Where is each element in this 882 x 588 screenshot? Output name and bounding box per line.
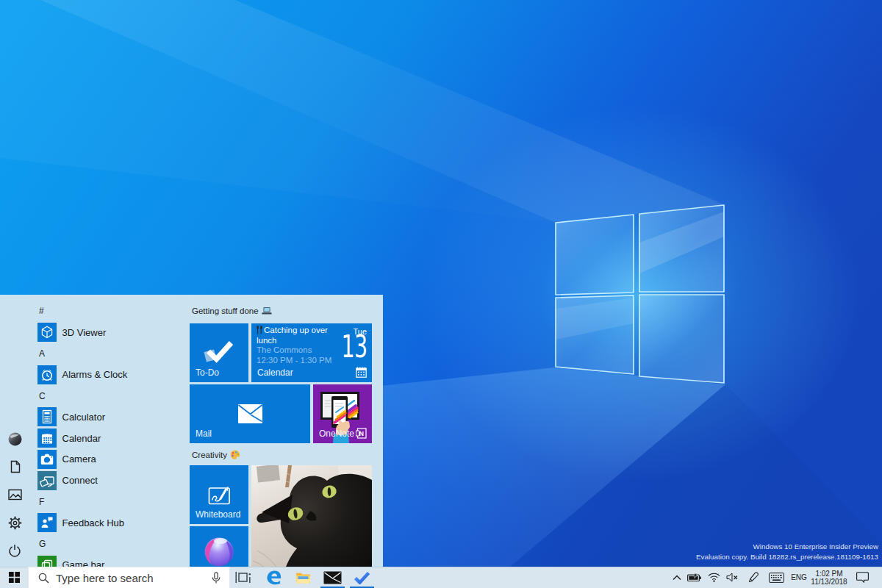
chevron-up-icon xyxy=(673,575,681,581)
todo-icon xyxy=(354,570,370,584)
tile-label: OneNote xyxy=(319,429,354,439)
pictures-button[interactable] xyxy=(5,485,24,504)
app-item-connect[interactable]: Connect xyxy=(32,470,187,491)
clock[interactable]: 1:02 PM 11/13/2018 xyxy=(810,567,848,588)
tile-mail[interactable]: Mail xyxy=(190,384,310,443)
app-item-3d-viewer[interactable]: 3D Viewer xyxy=(32,322,187,343)
edge-button[interactable] xyxy=(259,567,288,588)
app-label: Alarms & Clock xyxy=(62,369,128,380)
clock-time: 1:02 PM xyxy=(815,570,842,578)
app-item-game-bar[interactable]: Game bar xyxy=(32,555,187,567)
calendar-tile-content: Catching up over lunch The Commons 12:30… xyxy=(251,323,372,382)
battery-button[interactable] xyxy=(686,567,703,588)
app-list: # 3D Viewer A xyxy=(32,301,187,567)
documents-icon xyxy=(9,460,21,473)
alarm-clock-icon xyxy=(37,365,57,384)
start-button[interactable] xyxy=(4,567,25,588)
fork-and-knife-emoji xyxy=(257,326,263,334)
search-input[interactable] xyxy=(56,572,212,584)
task-view-button[interactable] xyxy=(229,567,258,588)
app-list-header[interactable]: C xyxy=(32,385,187,406)
app-list-header[interactable]: # xyxy=(32,301,187,322)
group-title-text: Getting stuff done xyxy=(192,306,259,315)
power-button[interactable] xyxy=(5,541,24,560)
taskbar: ENG 1:02 PM 11/13/2018 xyxy=(0,567,882,588)
3d-viewer-glyph xyxy=(37,323,57,342)
header-label: A xyxy=(39,348,45,359)
connect-glyph xyxy=(37,471,57,490)
app-label: Camera xyxy=(62,453,96,465)
app-list-header[interactable]: A xyxy=(32,343,187,365)
start-menu: # 3D Viewer A xyxy=(0,295,383,567)
feedback-hub-icon xyxy=(37,513,57,532)
tile-label: Calendar xyxy=(257,368,293,378)
documents-button[interactable] xyxy=(5,457,24,476)
alarm-clock-glyph xyxy=(37,365,57,384)
action-center-button[interactable] xyxy=(853,567,872,588)
settings-button[interactable] xyxy=(5,513,24,532)
volume-muted-icon xyxy=(726,573,738,582)
tile-group-title: Creativity xyxy=(192,450,240,460)
tile-onenote[interactable]: N OneNote xyxy=(313,384,372,443)
tray-overflow-button[interactable] xyxy=(670,567,684,588)
pictures-icon xyxy=(8,489,22,501)
feedback-hub-glyph xyxy=(37,513,57,532)
header-label: C xyxy=(39,391,46,401)
volume-button[interactable] xyxy=(723,567,740,588)
app-item-alarms-clock[interactable]: Alarms & Clock xyxy=(32,364,187,385)
screen: Windows 10 Enterprise Insider Preview Ev… xyxy=(0,0,882,588)
app-item-calculator[interactable]: Calculator xyxy=(32,406,187,428)
tile-whiteboard[interactable]: Whiteboard xyxy=(190,465,248,524)
user-avatar xyxy=(8,432,22,446)
tile-calendar[interactable]: Catching up over lunch The Commons 12:30… xyxy=(251,323,372,382)
touch-keyboard-icon xyxy=(769,573,784,583)
network-button[interactable] xyxy=(706,567,723,588)
laptop-emoji xyxy=(262,306,272,315)
tile-label: Whiteboard xyxy=(196,509,240,520)
game-bar-icon xyxy=(37,556,57,567)
search-icon xyxy=(38,573,49,584)
header-label: # xyxy=(39,306,44,316)
pen-icon xyxy=(748,572,759,583)
connect-icon xyxy=(37,471,57,490)
app-item-camera[interactable]: Camera xyxy=(32,449,187,470)
app-label: Calendar xyxy=(62,433,101,444)
app-item-calendar[interactable]: Calendar xyxy=(32,428,187,449)
tile-area: Getting stuff done To-Do xyxy=(187,295,383,567)
app-label: Connect xyxy=(62,475,98,486)
tile-photos[interactable] xyxy=(251,465,372,567)
calculator-glyph xyxy=(37,407,57,426)
app-label: Calculator xyxy=(62,412,106,423)
clock-date: 11/13/2018 xyxy=(811,578,847,586)
tile-todo[interactable]: To-Do xyxy=(190,323,248,382)
app-item-feedback-hub[interactable]: Feedback Hub xyxy=(32,512,187,534)
calendar-event-location: The Commons xyxy=(257,345,312,356)
start-menu-rail xyxy=(0,295,32,567)
mixed-reality-orb xyxy=(190,526,248,567)
mail-button[interactable] xyxy=(318,567,347,588)
game-bar-glyph xyxy=(37,556,57,567)
touch-keyboard-button[interactable] xyxy=(766,567,786,588)
header-label: F xyxy=(39,497,44,507)
calendar-glyph xyxy=(37,429,57,448)
microphone-icon[interactable] xyxy=(212,572,220,584)
edge-icon xyxy=(265,569,282,586)
app-list-header[interactable]: G xyxy=(32,534,187,555)
settings-gear-icon xyxy=(8,516,22,530)
tile-group-title: Getting stuff done xyxy=(192,306,272,315)
user-account-button[interactable] xyxy=(5,429,24,448)
calculator-icon xyxy=(37,407,57,426)
file-explorer-button[interactable] xyxy=(288,567,318,588)
battery-icon xyxy=(687,573,702,582)
wifi-icon xyxy=(708,573,720,582)
taskbar-search[interactable] xyxy=(28,567,230,588)
3d-viewer-icon xyxy=(37,323,57,342)
tile-mixed-reality[interactable] xyxy=(190,526,248,567)
app-list-header[interactable]: F xyxy=(32,491,187,512)
language-indicator[interactable]: ENG xyxy=(788,567,810,588)
artist-palette-emoji xyxy=(230,450,240,460)
todo-button[interactable] xyxy=(347,567,376,588)
svg-text:N: N xyxy=(359,430,365,437)
pen-button[interactable] xyxy=(745,567,762,588)
camera-glyph xyxy=(37,450,57,469)
